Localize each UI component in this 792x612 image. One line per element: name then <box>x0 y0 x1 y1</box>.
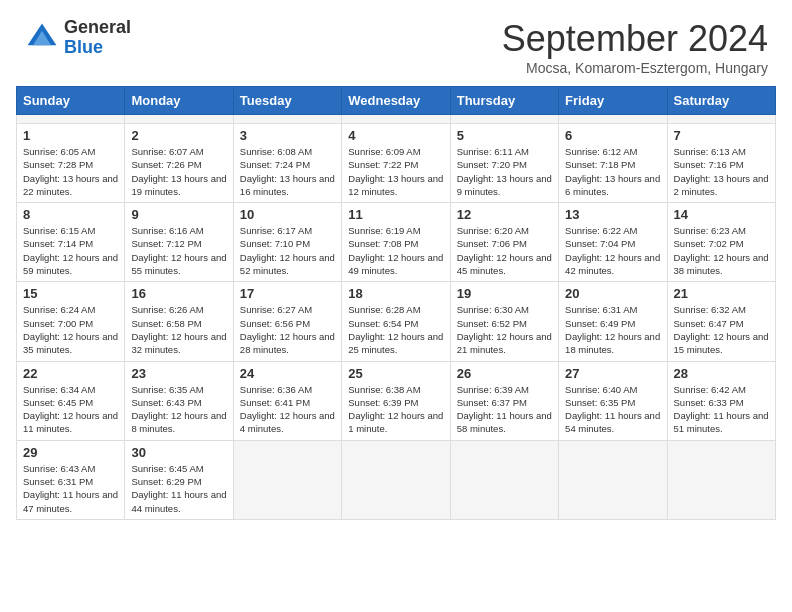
day-number: 28 <box>674 366 769 381</box>
cell-details: Sunrise: 6:36 AMSunset: 6:41 PMDaylight:… <box>240 383 335 436</box>
cell-details: Sunrise: 6:32 AMSunset: 6:47 PMDaylight:… <box>674 303 769 356</box>
calendar-cell: 4Sunrise: 6:09 AMSunset: 7:22 PMDaylight… <box>342 124 450 203</box>
calendar-cell <box>342 440 450 519</box>
calendar-cell: 27Sunrise: 6:40 AMSunset: 6:35 PMDayligh… <box>559 361 667 440</box>
cell-details: Sunrise: 6:38 AMSunset: 6:39 PMDaylight:… <box>348 383 443 436</box>
day-number: 4 <box>348 128 443 143</box>
calendar-cell <box>450 440 558 519</box>
calendar-cell: 23Sunrise: 6:35 AMSunset: 6:43 PMDayligh… <box>125 361 233 440</box>
calendar-week-row: 22Sunrise: 6:34 AMSunset: 6:45 PMDayligh… <box>17 361 776 440</box>
day-number: 6 <box>565 128 660 143</box>
calendar-cell: 13Sunrise: 6:22 AMSunset: 7:04 PMDayligh… <box>559 203 667 282</box>
location: Mocsa, Komarom-Esztergom, Hungary <box>502 60 768 76</box>
day-number: 11 <box>348 207 443 222</box>
day-number: 19 <box>457 286 552 301</box>
day-number: 22 <box>23 366 118 381</box>
calendar-week-row: 8Sunrise: 6:15 AMSunset: 7:14 PMDaylight… <box>17 203 776 282</box>
calendar-cell <box>342 115 450 124</box>
calendar-week-row: 15Sunrise: 6:24 AMSunset: 7:00 PMDayligh… <box>17 282 776 361</box>
cell-details: Sunrise: 6:28 AMSunset: 6:54 PMDaylight:… <box>348 303 443 356</box>
day-of-week-header: Thursday <box>450 87 558 115</box>
day-number: 12 <box>457 207 552 222</box>
calendar-cell: 1Sunrise: 6:05 AMSunset: 7:28 PMDaylight… <box>17 124 125 203</box>
calendar-cell: 15Sunrise: 6:24 AMSunset: 7:00 PMDayligh… <box>17 282 125 361</box>
calendar-cell: 17Sunrise: 6:27 AMSunset: 6:56 PMDayligh… <box>233 282 341 361</box>
logo-general: General <box>64 18 131 38</box>
cell-details: Sunrise: 6:39 AMSunset: 6:37 PMDaylight:… <box>457 383 552 436</box>
calendar-cell <box>17 115 125 124</box>
cell-details: Sunrise: 6:27 AMSunset: 6:56 PMDaylight:… <box>240 303 335 356</box>
calendar-cell: 29Sunrise: 6:43 AMSunset: 6:31 PMDayligh… <box>17 440 125 519</box>
calendar-cell: 3Sunrise: 6:08 AMSunset: 7:24 PMDaylight… <box>233 124 341 203</box>
day-number: 25 <box>348 366 443 381</box>
calendar-cell: 26Sunrise: 6:39 AMSunset: 6:37 PMDayligh… <box>450 361 558 440</box>
month-title: September 2024 <box>502 18 768 60</box>
day-number: 30 <box>131 445 226 460</box>
calendar-cell: 30Sunrise: 6:45 AMSunset: 6:29 PMDayligh… <box>125 440 233 519</box>
cell-details: Sunrise: 6:31 AMSunset: 6:49 PMDaylight:… <box>565 303 660 356</box>
day-number: 24 <box>240 366 335 381</box>
calendar-cell: 16Sunrise: 6:26 AMSunset: 6:58 PMDayligh… <box>125 282 233 361</box>
calendar-cell <box>233 115 341 124</box>
day-number: 26 <box>457 366 552 381</box>
day-number: 17 <box>240 286 335 301</box>
day-number: 9 <box>131 207 226 222</box>
calendar-cell: 24Sunrise: 6:36 AMSunset: 6:41 PMDayligh… <box>233 361 341 440</box>
calendar-cell: 20Sunrise: 6:31 AMSunset: 6:49 PMDayligh… <box>559 282 667 361</box>
cell-details: Sunrise: 6:24 AMSunset: 7:00 PMDaylight:… <box>23 303 118 356</box>
logo: General Blue <box>24 18 131 58</box>
logo-text: General Blue <box>64 18 131 58</box>
day-of-week-header: Wednesday <box>342 87 450 115</box>
day-of-week-header: Saturday <box>667 87 775 115</box>
calendar-cell <box>559 440 667 519</box>
calendar-week-row: 1Sunrise: 6:05 AMSunset: 7:28 PMDaylight… <box>17 124 776 203</box>
cell-details: Sunrise: 6:19 AMSunset: 7:08 PMDaylight:… <box>348 224 443 277</box>
cell-details: Sunrise: 6:08 AMSunset: 7:24 PMDaylight:… <box>240 145 335 198</box>
day-number: 7 <box>674 128 769 143</box>
calendar-cell <box>233 440 341 519</box>
cell-details: Sunrise: 6:45 AMSunset: 6:29 PMDaylight:… <box>131 462 226 515</box>
cell-details: Sunrise: 6:16 AMSunset: 7:12 PMDaylight:… <box>131 224 226 277</box>
cell-details: Sunrise: 6:26 AMSunset: 6:58 PMDaylight:… <box>131 303 226 356</box>
calendar-cell: 10Sunrise: 6:17 AMSunset: 7:10 PMDayligh… <box>233 203 341 282</box>
page-header: General Blue September 2024 Mocsa, Komar… <box>0 0 792 86</box>
calendar-cell: 22Sunrise: 6:34 AMSunset: 6:45 PMDayligh… <box>17 361 125 440</box>
calendar-header-row: SundayMondayTuesdayWednesdayThursdayFrid… <box>17 87 776 115</box>
calendar-cell: 11Sunrise: 6:19 AMSunset: 7:08 PMDayligh… <box>342 203 450 282</box>
calendar-cell: 19Sunrise: 6:30 AMSunset: 6:52 PMDayligh… <box>450 282 558 361</box>
day-of-week-header: Friday <box>559 87 667 115</box>
calendar-cell: 14Sunrise: 6:23 AMSunset: 7:02 PMDayligh… <box>667 203 775 282</box>
cell-details: Sunrise: 6:43 AMSunset: 6:31 PMDaylight:… <box>23 462 118 515</box>
calendar-cell: 5Sunrise: 6:11 AMSunset: 7:20 PMDaylight… <box>450 124 558 203</box>
calendar-cell <box>450 115 558 124</box>
day-number: 20 <box>565 286 660 301</box>
day-number: 16 <box>131 286 226 301</box>
calendar-cell <box>667 440 775 519</box>
cell-details: Sunrise: 6:12 AMSunset: 7:18 PMDaylight:… <box>565 145 660 198</box>
calendar-cell <box>559 115 667 124</box>
day-number: 1 <box>23 128 118 143</box>
calendar-cell: 25Sunrise: 6:38 AMSunset: 6:39 PMDayligh… <box>342 361 450 440</box>
calendar-table: SundayMondayTuesdayWednesdayThursdayFrid… <box>16 86 776 520</box>
cell-details: Sunrise: 6:09 AMSunset: 7:22 PMDaylight:… <box>348 145 443 198</box>
cell-details: Sunrise: 6:05 AMSunset: 7:28 PMDaylight:… <box>23 145 118 198</box>
cell-details: Sunrise: 6:20 AMSunset: 7:06 PMDaylight:… <box>457 224 552 277</box>
day-number: 14 <box>674 207 769 222</box>
day-number: 8 <box>23 207 118 222</box>
calendar-cell <box>125 115 233 124</box>
calendar-cell: 12Sunrise: 6:20 AMSunset: 7:06 PMDayligh… <box>450 203 558 282</box>
day-of-week-header: Tuesday <box>233 87 341 115</box>
cell-details: Sunrise: 6:30 AMSunset: 6:52 PMDaylight:… <box>457 303 552 356</box>
day-number: 13 <box>565 207 660 222</box>
calendar-cell: 6Sunrise: 6:12 AMSunset: 7:18 PMDaylight… <box>559 124 667 203</box>
calendar-week-row: 29Sunrise: 6:43 AMSunset: 6:31 PMDayligh… <box>17 440 776 519</box>
day-number: 3 <box>240 128 335 143</box>
calendar-cell <box>667 115 775 124</box>
logo-icon <box>24 20 60 56</box>
day-number: 5 <box>457 128 552 143</box>
calendar-week-row <box>17 115 776 124</box>
calendar-container: SundayMondayTuesdayWednesdayThursdayFrid… <box>0 86 792 536</box>
day-number: 21 <box>674 286 769 301</box>
cell-details: Sunrise: 6:34 AMSunset: 6:45 PMDaylight:… <box>23 383 118 436</box>
logo-blue: Blue <box>64 38 131 58</box>
